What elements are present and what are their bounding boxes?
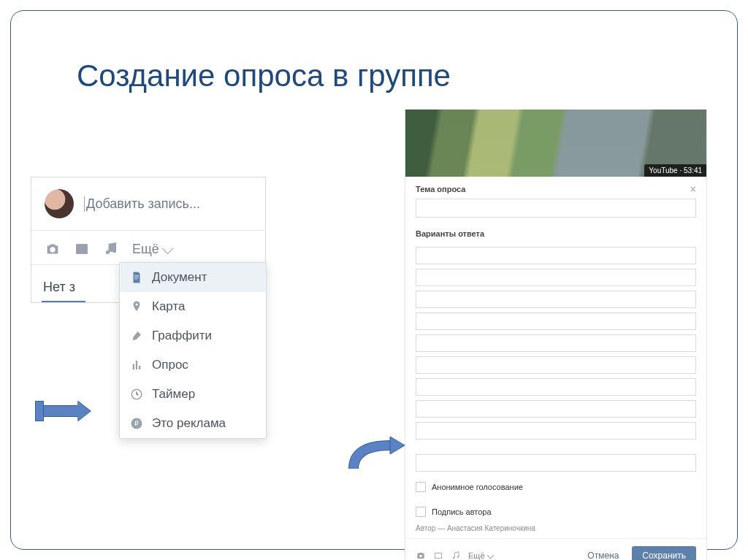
avatar [45, 189, 74, 218]
author-line: Автор — Анастасия Катериночкина [405, 521, 706, 538]
anon-label: Анонимное голосование [432, 483, 523, 491]
map-pin-icon [130, 300, 143, 313]
anonymous-row[interactable]: Анонимное голосование [405, 477, 706, 496]
menu-item-document[interactable]: Документ [120, 263, 266, 292]
checkbox-anon[interactable] [416, 482, 426, 492]
poll-topic-label: Тема опроса [416, 185, 465, 193]
svg-text:₽: ₽ [134, 420, 139, 427]
options-label: Варианты ответа [416, 229, 484, 238]
signature-row[interactable]: Подпись автора [405, 502, 706, 521]
svg-point-4 [419, 555, 422, 558]
menu-item-poll[interactable]: Опрос [120, 350, 266, 380]
active-tab-underline [42, 301, 85, 302]
options-list [405, 247, 706, 477]
poll-topic-input[interactable] [416, 199, 696, 218]
footer-more-trigger[interactable]: Ещё [468, 551, 493, 560]
poll-editor-panel: YouTube · 53:41 Тема опроса × Варианты о… [405, 110, 707, 560]
slide-title: Создание опроса в группе [77, 58, 451, 93]
cancel-button[interactable]: Отмена [581, 547, 625, 560]
chevron-down-icon [162, 242, 174, 254]
options-section: Варианты ответа [405, 222, 706, 242]
attach-icons: Ещё [31, 231, 265, 264]
option-input[interactable] [416, 312, 696, 330]
menu-item-map[interactable]: Карта [120, 292, 266, 321]
option-input[interactable] [416, 454, 696, 472]
close-icon[interactable]: × [690, 184, 696, 194]
video-icon[interactable] [74, 241, 90, 257]
editor-footer: Ещё Отмена Сохранить [405, 538, 706, 560]
option-input[interactable] [416, 378, 696, 396]
clock-icon [130, 388, 143, 401]
menu-item-timer[interactable]: Таймер [120, 380, 266, 409]
option-input[interactable] [416, 247, 696, 264]
svg-point-6 [453, 557, 454, 559]
document-icon [130, 271, 143, 284]
compose-panel: Добавить запись... Ещё Нет з Документ Ка… [31, 177, 266, 303]
more-dropdown-trigger[interactable]: Ещё [132, 242, 172, 257]
option-input[interactable] [416, 356, 696, 374]
chevron-down-icon [486, 551, 494, 559]
menu-item-ads[interactable]: ₽ Это реклама [120, 409, 266, 438]
checkbox-signature[interactable] [416, 507, 426, 517]
more-label: Ещё [132, 242, 159, 257]
option-input[interactable] [416, 269, 696, 286]
save-button[interactable]: Сохранить [632, 546, 696, 560]
option-input[interactable] [416, 291, 696, 308]
camera-icon[interactable] [45, 241, 61, 257]
camera-icon[interactable] [416, 551, 426, 560]
option-input[interactable] [416, 334, 696, 352]
svg-rect-5 [435, 553, 441, 559]
poll-topic-section: Тема опроса × [405, 177, 706, 222]
music-icon[interactable] [103, 241, 119, 257]
music-icon[interactable] [451, 551, 461, 560]
signature-label: Подпись автора [432, 507, 492, 516]
compose-row[interactable]: Добавить запись... [31, 177, 265, 231]
youtube-badge: YouTube · 53:41 [644, 164, 706, 177]
pointer-arrow-left [35, 401, 91, 421]
svg-marker-3 [390, 437, 405, 454]
pointer-arrow-curved [346, 432, 408, 476]
svg-point-7 [457, 556, 459, 558]
attach-dropdown: Документ Карта Граффити Опрос Таймер ₽ Э… [119, 262, 267, 439]
option-input[interactable] [416, 400, 696, 418]
poll-icon [130, 358, 143, 372]
ruble-icon: ₽ [130, 417, 143, 430]
compose-placeholder: Добавить запись... [84, 196, 200, 212]
menu-item-graffiti[interactable]: Граффити [120, 321, 266, 350]
brush-icon [130, 329, 143, 342]
option-input[interactable] [416, 422, 696, 440]
video-icon[interactable] [433, 551, 443, 560]
cover-image: YouTube · 53:41 [405, 110, 706, 177]
